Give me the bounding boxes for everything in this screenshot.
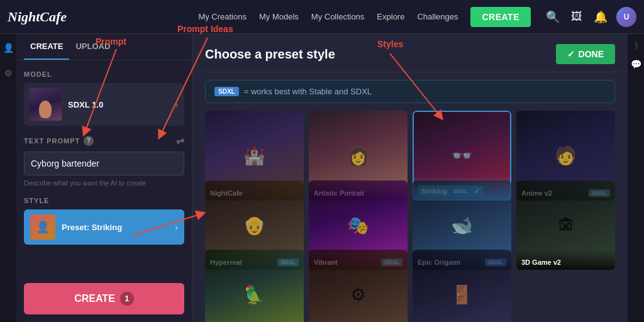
avatar[interactable]: U	[616, 7, 636, 27]
style-item-parrot[interactable]: 🦜	[205, 250, 304, 322]
notification-wrapper: 🔔	[591, 8, 610, 26]
style-item-misc[interactable]: 🚪	[413, 250, 511, 322]
search-icon[interactable]: 🔍	[543, 8, 562, 26]
nav-explore[interactable]: Explore	[377, 12, 404, 21]
right-chat-icon[interactable]: 💬	[631, 59, 641, 69]
text-prompt-header: TEXT PROMPT ? ⇌	[24, 135, 184, 147]
sdxl-badge: SDXL	[214, 87, 239, 96]
done-button[interactable]: ✓ DONE	[556, 44, 615, 64]
nav-my-creations[interactable]: My Creations	[198, 12, 247, 21]
right-expand-icon[interactable]: ⟩	[635, 40, 638, 50]
style-section: STYLE 👤 Preset: Striking ›	[24, 197, 184, 245]
main-content: Choose a preset style ✓ DONE SDXL = work…	[192, 34, 628, 322]
sidebar-create-label: CREATE	[74, 293, 115, 304]
style-thumbnail: 👤	[30, 214, 55, 240]
side-settings-icon[interactable]: ⚙	[2, 65, 15, 80]
sidebar: CREATE UPLOAD MODEL SDXL 1.0 › TEXT PROM…	[16, 34, 192, 322]
model-card[interactable]: SDXL 1.0 ›	[24, 83, 184, 126]
prompt-hint: Describe what you want the AI to create	[24, 179, 184, 187]
style-chevron-icon: ›	[175, 222, 178, 232]
style-item-steampunk[interactable]: ⚙	[309, 250, 408, 322]
sdxl-banner: SDXL = works best with Stable and SDXL	[205, 80, 615, 103]
side-panel-icons: 👤 ⚙	[0, 34, 16, 322]
model-thumbnail	[29, 88, 62, 121]
style-section-label: STYLE	[24, 197, 184, 204]
create-count-badge: 1	[120, 292, 134, 306]
side-person-icon[interactable]: 👤	[1, 40, 16, 55]
style-thumb-image: 👤	[30, 214, 55, 240]
nav-links: My Creations My Models My Collections Ex…	[198, 7, 636, 27]
done-check-icon: ✓	[567, 49, 575, 59]
image-search-icon[interactable]: 🖼	[569, 8, 585, 26]
page-title: Choose a preset style	[205, 47, 335, 62]
done-button-label: DONE	[579, 49, 604, 59]
model-chevron-icon: ›	[175, 99, 178, 109]
style-item-3dgame[interactable]: 🏚 3D Game v2	[516, 180, 615, 270]
prompt-label-text: TEXT PROMPT	[24, 137, 80, 145]
model-thumb-image	[29, 88, 62, 121]
tab-upload[interactable]: UPLOAD	[69, 34, 116, 60]
sdxl-description: = works best with Stable and SDXL	[244, 87, 372, 96]
prompt-input[interactable]	[24, 152, 184, 175]
notification-icon[interactable]: 🔔	[591, 8, 610, 26]
style-card[interactable]: 👤 Preset: Striking ›	[24, 209, 184, 245]
style-item-label-3dgame: 3D Game v2	[516, 250, 615, 270]
main-body: 👤 ⚙ CREATE UPLOAD MODEL SDXL 1.0 › TEXT …	[0, 34, 644, 322]
nav-icon-group: 🔍 🖼 🔔 U	[543, 7, 636, 27]
nav-create-button[interactable]: CREATE	[470, 7, 531, 27]
sidebar-tabs: CREATE UPLOAD	[16, 34, 192, 60]
style-name: Preset: Striking	[62, 223, 169, 232]
right-panel: ⟩ 💬	[628, 34, 644, 322]
sidebar-content: MODEL SDXL 1.0 › TEXT PROMPT ? ⇌ Describ…	[16, 60, 192, 283]
nav-my-models[interactable]: My Models	[259, 12, 299, 21]
sidebar-create-button[interactable]: CREATE 1	[24, 283, 184, 314]
model-section-label: MODEL	[24, 70, 184, 78]
help-badge[interactable]: ?	[84, 136, 94, 146]
shuffle-icon[interactable]: ⇌	[176, 135, 184, 147]
top-navigation: NightCafe My Creations My Models My Coll…	[0, 0, 644, 34]
style-label-text-3dgame: 3D Game v2	[521, 258, 561, 266]
nav-my-collections[interactable]: My Collections	[311, 12, 365, 21]
text-prompt-label: TEXT PROMPT ?	[24, 136, 94, 146]
app-logo[interactable]: NightCafe	[8, 9, 67, 25]
model-name: SDXL 1.0	[68, 100, 103, 109]
nav-challenges[interactable]: Challenges	[417, 12, 458, 21]
styles-grid: 🏰 NightCafe 👩 Artistic Portrait 👓 Striki…	[192, 111, 628, 322]
tab-create[interactable]: CREATE	[24, 34, 69, 60]
content-header: Choose a preset style ✓ DONE	[192, 34, 628, 72]
